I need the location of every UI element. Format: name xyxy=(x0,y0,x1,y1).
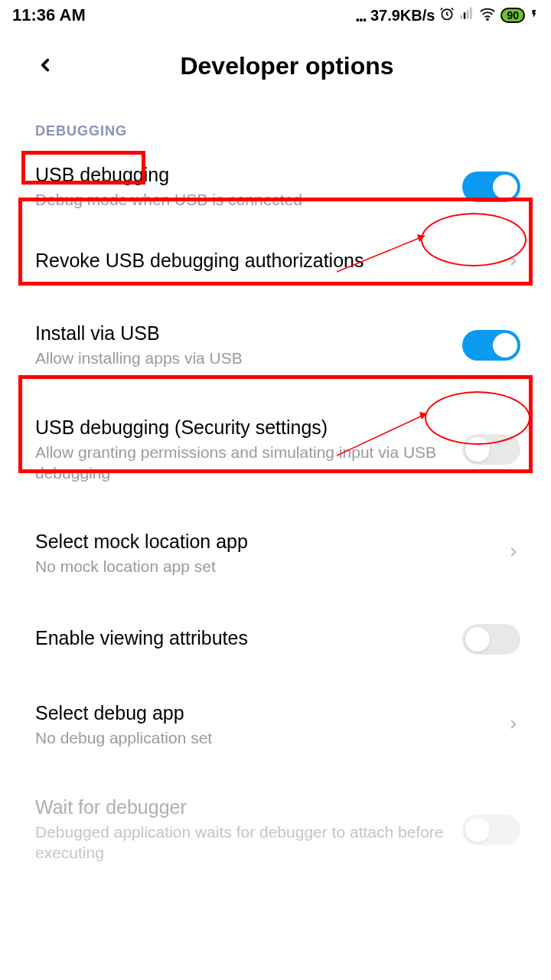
alarm-icon xyxy=(439,6,455,25)
item-usb-security[interactable]: USB debugging (Security settings) Allow … xyxy=(0,397,551,504)
toggle-view-attributes[interactable] xyxy=(462,624,520,655)
toggle-wait-debugger xyxy=(462,815,520,845)
chevron-right-icon xyxy=(507,254,520,271)
item-mock-location[interactable]: Select mock location app No mock locatio… xyxy=(0,503,551,596)
page-title: Developer options xyxy=(35,52,539,80)
item-title: Revoke USB debugging authorizations xyxy=(35,250,491,272)
svg-rect-3 xyxy=(467,10,469,19)
battery-icon: 90 xyxy=(500,8,525,23)
status-time: 11:36 AM xyxy=(12,5,86,25)
svg-rect-2 xyxy=(464,12,466,18)
toggle-usb-debugging[interactable] xyxy=(462,172,520,202)
section-debugging: DEBUGGING xyxy=(28,119,135,144)
svg-rect-4 xyxy=(471,7,473,18)
item-install-via-usb[interactable]: Install via USB Allow installing apps vi… xyxy=(0,295,551,396)
item-subtitle: Debug mode when USB is connected xyxy=(35,189,447,210)
item-subtitle: Allow granting permissions and simulatin… xyxy=(35,442,447,484)
item-select-debug-app[interactable]: Select debug app No debug application se… xyxy=(0,682,551,768)
more-icon: ... xyxy=(355,5,366,26)
settings-list: USB debugging Debug mode when USB is con… xyxy=(0,144,551,883)
svg-point-5 xyxy=(487,18,489,20)
item-subtitle: No debug application set xyxy=(35,727,491,748)
item-title: Enable viewing attributes xyxy=(35,627,447,649)
item-title: Wait for debugger xyxy=(35,796,447,818)
item-subtitle: Debugged application waits for debugger … xyxy=(35,822,447,864)
status-bar: 11:36 AM ... 37.9KB/s 90 xyxy=(0,0,551,31)
svg-rect-1 xyxy=(461,15,463,18)
wifi-icon xyxy=(479,5,496,26)
item-usb-debugging[interactable]: USB debugging Debug mode when USB is con… xyxy=(0,144,551,230)
toggle-install-via-usb[interactable] xyxy=(462,330,520,361)
header: Developer options xyxy=(0,31,551,102)
chevron-right-icon xyxy=(507,545,520,562)
charging-icon xyxy=(530,6,539,25)
back-button[interactable] xyxy=(35,55,55,78)
item-title: USB debugging (Security settings) xyxy=(35,416,447,439)
item-title: USB debugging xyxy=(35,164,447,186)
item-subtitle: No mock location app set xyxy=(35,556,491,577)
item-title: Install via USB xyxy=(35,322,447,345)
chevron-right-icon xyxy=(507,717,520,734)
item-title: Select mock location app xyxy=(35,531,491,553)
item-title: Select debug app xyxy=(35,702,491,724)
status-right: ... 37.9KB/s 90 xyxy=(355,5,539,26)
toggle-usb-security[interactable] xyxy=(462,434,520,465)
network-speed: 37.9KB/s xyxy=(370,7,435,24)
item-revoke-auth[interactable]: Revoke USB debugging authorizations xyxy=(0,230,551,295)
item-view-attributes[interactable]: Enable viewing attributes xyxy=(0,596,551,682)
signal-icon xyxy=(459,6,474,25)
item-wait-debugger: Wait for debugger Debugged application w… xyxy=(0,769,551,884)
item-subtitle: Allow installing apps via USB xyxy=(35,348,447,368)
